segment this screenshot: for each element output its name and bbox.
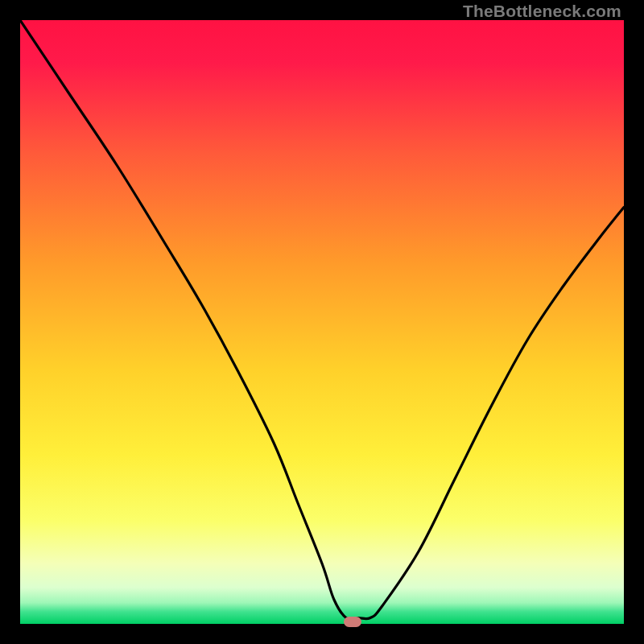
gradient-background [20,20,624,624]
bottleneck-chart [20,20,624,624]
chart-container [20,20,624,624]
minimum-marker [344,617,361,627]
watermark-text: TheBottleneck.com [463,2,621,21]
